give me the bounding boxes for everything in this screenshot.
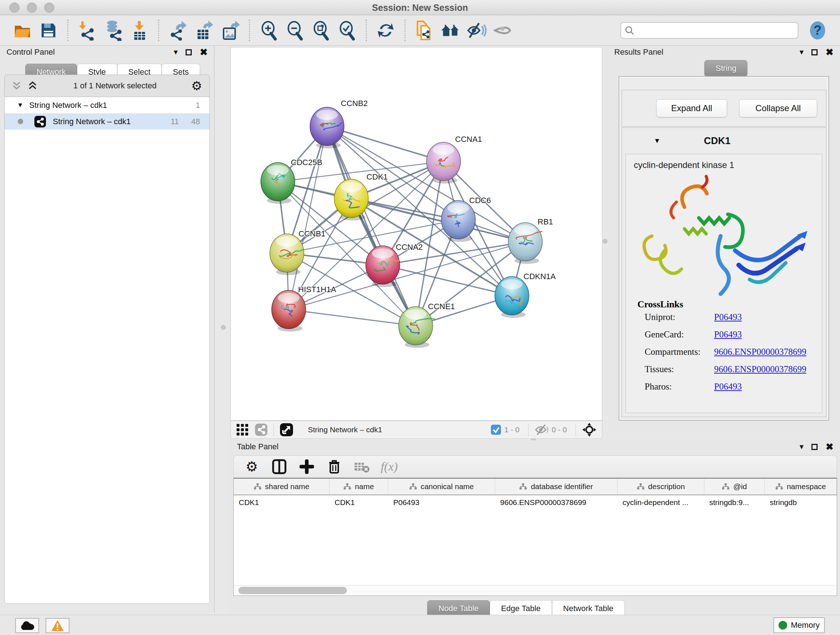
search-input[interactable] xyxy=(634,26,786,35)
network-canvas[interactable]: CCNB2CCNA1CDC25BCDK1CDC6RB1CCNB1CCNA2CDK… xyxy=(231,47,602,421)
fit-content-crosshair-icon[interactable] xyxy=(582,422,597,437)
node-CDK1[interactable]: CDK1 xyxy=(334,172,388,220)
edge-CCNB2-HIST1H1A[interactable] xyxy=(289,126,327,310)
results-tab-string[interactable]: String xyxy=(704,60,747,77)
export-image-button[interactable] xyxy=(219,20,240,41)
delete-table-button[interactable] xyxy=(352,458,371,475)
close-panel-icon[interactable]: ✖ xyxy=(200,47,208,58)
gene-header[interactable]: ▼ CDK1 xyxy=(622,128,826,154)
toolbar-separator xyxy=(67,19,68,41)
zoom-out-button[interactable] xyxy=(284,20,305,41)
column-header-database-identifier[interactable]: database identifier xyxy=(495,478,617,494)
float-panel-icon[interactable] xyxy=(812,444,818,450)
node-HIST1H1A[interactable]: HIST1H1A xyxy=(272,285,336,332)
collapse-all-icon[interactable] xyxy=(12,81,23,90)
collapse-all-button[interactable]: Collapse All xyxy=(739,99,817,117)
network-row[interactable]: String Network – cdk1 11 48 xyxy=(5,113,210,130)
network-options-gear-icon[interactable]: ⚙ xyxy=(191,79,202,93)
node-CDKN1A[interactable]: CDKN1A xyxy=(495,272,556,318)
cloud-button[interactable] xyxy=(15,618,39,633)
node-CDC6[interactable]: CDC6 xyxy=(441,196,491,242)
table-cell[interactable]: 9606.ENSP00000378699 xyxy=(495,495,617,511)
node-CCNA1[interactable]: CCNA1 xyxy=(426,135,482,184)
table-cell[interactable]: stringdb:9... xyxy=(704,495,765,511)
plus-icon xyxy=(300,459,314,474)
import-network-database-button[interactable] xyxy=(103,20,124,41)
crosslink-link[interactable]: 9606.ENSP00000378699 xyxy=(714,347,806,357)
column-type-icon xyxy=(254,483,262,490)
column-header-canonical-name[interactable]: canonical name xyxy=(388,478,495,494)
edge-CCNB2-CCNE1[interactable] xyxy=(327,126,416,326)
node-CCNB1[interactable]: CCNB1 xyxy=(270,229,325,275)
show-all-button[interactable] xyxy=(492,20,513,41)
edge-CCNA2-CDKN1A[interactable] xyxy=(383,265,512,296)
node-CDC25B[interactable]: CDC25B xyxy=(261,158,322,204)
open-session-button[interactable] xyxy=(12,20,33,41)
toolbar-separator xyxy=(249,19,250,41)
table-cell[interactable]: P06493 xyxy=(388,495,495,511)
column-header-name[interactable]: name xyxy=(330,478,388,494)
detach-view-icon[interactable] xyxy=(279,423,294,437)
close-panel-icon[interactable]: ✖ xyxy=(826,441,834,453)
import-table-file-button[interactable] xyxy=(129,20,150,41)
column-header--id[interactable]: @id xyxy=(704,478,765,494)
float-panel-icon[interactable] xyxy=(186,49,192,55)
crosslink-link[interactable]: P06493 xyxy=(714,312,742,322)
network-graph[interactable]: CCNB2CCNA1CDC25BCDK1CDC6RB1CCNB1CCNA2CDK… xyxy=(231,48,602,420)
column-header-description[interactable]: description xyxy=(617,478,704,494)
first-neighbors-button[interactable] xyxy=(440,20,461,41)
table-cell[interactable]: stringdb xyxy=(765,495,837,511)
right-splitter-grip[interactable] xyxy=(603,239,607,244)
table-options-button[interactable]: ⚙ xyxy=(242,458,261,475)
table-cell[interactable]: cyclin-dependent ... xyxy=(617,495,704,511)
edge-HIST1H1A-CCNE1[interactable] xyxy=(289,310,416,326)
save-session-button[interactable] xyxy=(38,20,59,41)
node-CCNA2[interactable]: CCNA2 xyxy=(366,242,423,287)
table-cell[interactable]: CDK1 xyxy=(234,495,330,511)
grid-view-icon[interactable] xyxy=(236,423,249,436)
zoom-fit-button[interactable] xyxy=(310,20,332,41)
zoom-in-button[interactable] xyxy=(258,20,279,41)
zoom-selected-button[interactable] xyxy=(336,20,357,41)
crosslinks-title: CrossLinks xyxy=(638,299,684,310)
warning-icon xyxy=(51,619,65,632)
collapse-gene-icon[interactable]: ▼ xyxy=(654,137,660,145)
help-button[interactable]: ? xyxy=(807,20,828,41)
float-panel-icon[interactable] xyxy=(812,49,818,55)
export-table-button[interactable] xyxy=(194,20,215,41)
node-CCNB2[interactable]: CCNB2 xyxy=(310,99,368,149)
column-header-namespace[interactable]: namespace xyxy=(765,478,837,494)
crosslink-link[interactable]: 9606.ENSP00000378699 xyxy=(714,364,806,374)
import-network-file-button[interactable] xyxy=(77,20,98,41)
node-RB1[interactable]: RB1 xyxy=(508,217,553,264)
expand-all-icon[interactable] xyxy=(28,81,39,90)
crosslink-link[interactable]: P06493 xyxy=(714,329,742,340)
close-panel-icon[interactable]: ✖ xyxy=(826,47,834,58)
table-cell[interactable]: CDK1 xyxy=(330,495,388,511)
export-network-button[interactable] xyxy=(167,20,188,41)
tree-expander-icon[interactable]: ▼ xyxy=(17,101,24,109)
create-column-button[interactable] xyxy=(297,458,316,475)
panel-menu-icon[interactable]: ▾ xyxy=(799,442,804,451)
hide-selected-button[interactable] xyxy=(466,20,487,41)
panel-menu-icon[interactable]: ▾ xyxy=(799,48,804,57)
selected-checkbox-icon[interactable] xyxy=(491,424,501,435)
expand-all-button[interactable]: Expand All xyxy=(656,99,727,117)
left-splitter-grip[interactable] xyxy=(221,325,226,330)
scrollbar-thumb[interactable] xyxy=(238,587,347,594)
horizontal-scrollbar[interactable] xyxy=(234,585,836,595)
warnings-button[interactable] xyxy=(46,618,69,633)
delete-column-button[interactable] xyxy=(325,458,344,475)
show-columns-button[interactable] xyxy=(270,458,289,475)
column-header-shared-name[interactable]: shared name xyxy=(234,478,330,494)
collection-count: 1 xyxy=(196,101,200,110)
duplicate-network-button[interactable] xyxy=(414,20,435,41)
edge-CCNB2-CCNA1[interactable] xyxy=(327,126,444,162)
network-collection-row[interactable]: ▼ String Network – cdk1 1 xyxy=(5,97,210,113)
network-view-icon[interactable] xyxy=(255,423,268,436)
crosslink-link[interactable]: P06493 xyxy=(714,382,742,392)
memory-button[interactable]: Memory xyxy=(774,617,825,633)
panel-menu-icon[interactable]: ▾ xyxy=(174,48,178,57)
function-builder-button[interactable]: f(x) xyxy=(380,458,399,475)
refresh-button[interactable] xyxy=(375,20,396,41)
